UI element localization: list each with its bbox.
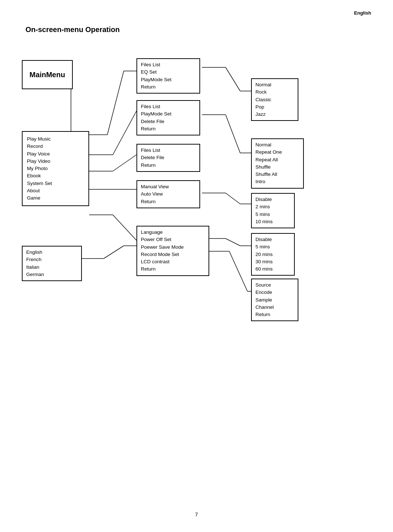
lang-italian: Italian <box>26 264 78 271</box>
eq-jazz: Jazz <box>255 111 294 118</box>
main-items-box: Play Music Record Play Voice Play Video … <box>22 131 89 206</box>
record-options-box: Source Encode Sample Channel Return <box>251 279 298 321</box>
disable2-disable: Disable <box>255 236 290 243</box>
submenu4-manual-view: Manual View <box>141 183 196 190</box>
submenu2-box: Files List PlayMode Set Delete File Retu… <box>136 100 200 135</box>
main-item-game: Game <box>27 194 84 202</box>
disable1-2mins: 2 mins <box>255 203 290 210</box>
disable1-10mins: 10 mins <box>255 218 290 225</box>
disable2-60mins: 60 mins <box>255 265 290 273</box>
svg-line-14 <box>226 67 240 91</box>
main-item-system-set: System Set <box>27 180 84 187</box>
svg-line-3 <box>107 71 124 135</box>
playmode-repeat-all: Repeat All <box>255 156 299 163</box>
submenu1-return: Return <box>141 83 196 91</box>
svg-line-12 <box>113 215 136 240</box>
main-item-play-music: Play Music <box>27 135 84 143</box>
language-options-box: English French Italian German <box>22 246 82 281</box>
main-item-ebook: Ebook <box>27 172 84 180</box>
submenu3-box: Files List Delete File Return <box>136 144 200 172</box>
svg-line-17 <box>226 115 240 153</box>
submenu5-return: Return <box>141 265 205 273</box>
disable-options1-box: Disable 2 mins 5 mins 10 mins <box>251 193 295 228</box>
submenu5-power-off: Power Off Set <box>141 236 205 243</box>
submenu5-record-mode: Record Mode Set <box>141 251 205 258</box>
disable2-30mins: 30 mins <box>255 258 290 265</box>
submenu4-box: Manual View Auto View Return <box>136 180 200 208</box>
submenu1-eq-set: EQ Set <box>141 68 196 76</box>
record-channel: Channel <box>255 304 294 311</box>
disable2-5mins: 5 mins <box>255 243 290 251</box>
playmode-repeat-one: Repeat One <box>255 149 299 156</box>
svg-line-20 <box>226 193 240 204</box>
record-encode: Encode <box>255 289 294 296</box>
svg-line-8 <box>113 155 136 171</box>
submenu1-files-list: Files List <box>141 61 196 68</box>
disable2-20mins: 20 mins <box>255 251 290 258</box>
record-source: Source <box>255 281 294 289</box>
svg-line-6 <box>113 111 136 155</box>
disable-options2-box: Disable 5 mins 20 mins 30 mins 60 mins <box>251 233 295 276</box>
submenu2-playmode-set: PlayMode Set <box>141 110 196 118</box>
eq-classic: Classic <box>255 96 294 103</box>
svg-line-23 <box>104 246 124 259</box>
submenu4-return: Return <box>141 198 196 205</box>
main-item-about: About <box>27 187 84 194</box>
main-item-play-video: Play Video <box>27 158 84 165</box>
submenu5-box: Language Power Off Set Poewer Save Mode … <box>136 226 209 276</box>
disable1-disable: Disable <box>255 196 290 203</box>
lang-french: French <box>26 256 78 263</box>
submenu5-lcd-contrast: LCD contrast <box>141 258 205 265</box>
eq-normal: Normal <box>255 81 294 88</box>
record-sample: Sample <box>255 296 294 304</box>
eq-rock: Rock <box>255 88 294 96</box>
record-return: Return <box>255 311 294 318</box>
submenu4-auto-view: Auto View <box>141 190 196 198</box>
submenu2-return: Return <box>141 125 196 133</box>
playmode-normal: Normal <box>255 141 299 149</box>
submenu2-delete-file: Delete File <box>141 118 196 125</box>
main-menu-label2: Menu <box>46 69 65 80</box>
playmode-intro: Intro <box>255 178 299 185</box>
main-item-play-voice: Play Voice <box>27 150 84 158</box>
submenu5-language: Language <box>141 229 205 236</box>
main-menu-box: Main Menu <box>22 60 73 89</box>
submenu3-delete-file: Delete File <box>141 154 196 161</box>
main-item-my-photo: My Photo <box>27 165 84 172</box>
disable1-5mins: 5 mins <box>255 211 290 218</box>
page-title: On-screen-menu Operation <box>25 25 120 34</box>
submenu1-box: Files List EQ Set PlayMode Set Return <box>136 58 200 94</box>
svg-line-29 <box>229 251 247 291</box>
main-menu-label: Main <box>29 69 46 80</box>
lang-english: English <box>26 249 78 256</box>
page-number: 7 <box>195 512 198 517</box>
playmode-shuffle: Shuffle <box>255 163 299 171</box>
svg-line-26 <box>226 239 240 246</box>
eq-pop: Pop <box>255 103 294 111</box>
lang-german: German <box>26 271 78 278</box>
playmode-options-box: Normal Repeat One Repeat All Shuffle Shu… <box>251 138 304 189</box>
submenu5-power-save: Poewer Save Mode <box>141 244 205 251</box>
language-label: English <box>354 10 371 16</box>
submenu3-files-list: Files List <box>141 147 196 154</box>
submenu2-files-list: Files List <box>141 103 196 110</box>
main-item-record: Record <box>27 143 84 150</box>
submenu3-return: Return <box>141 162 196 169</box>
eq-options-box: Normal Rock Classic Pop Jazz <box>251 78 298 121</box>
submenu1-playmode-set: PlayMode Set <box>141 76 196 83</box>
playmode-shuffle-all: Shuffle All <box>255 171 299 178</box>
